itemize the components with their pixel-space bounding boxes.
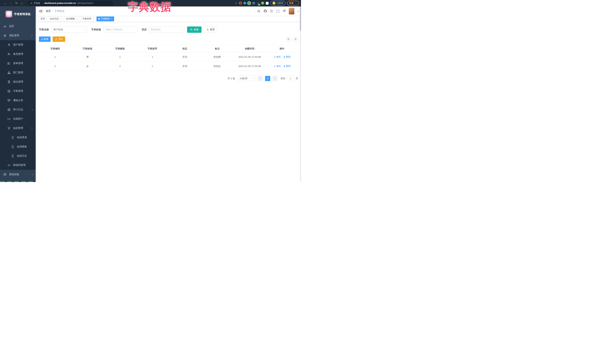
table-header-row: 字典编码 字典标签 字典键值 字典排序 状态 备注 创建时间 操作 xyxy=(39,45,298,52)
extension-orange-icon[interactable] xyxy=(239,2,242,5)
message-bubble-icon xyxy=(7,99,11,102)
browser-home-icon[interactable]: ⌂ xyxy=(19,2,25,5)
extension-proxy-icon[interactable]: on xyxy=(257,2,259,5)
browser-reload-icon[interactable]: ↻ xyxy=(14,1,19,5)
browser-forward-icon[interactable]: → xyxy=(8,2,14,5)
page-scrollbar[interactable] xyxy=(300,7,301,182)
delete-link[interactable]: 删除 xyxy=(283,55,291,59)
main-area: 首页 / 字典数据 ? TT ▾ 首页 短信日志× 短信模板× 字典管理× 字典… xyxy=(36,7,301,182)
sidebar-item-sms[interactable]: 短信管理 xyxy=(0,124,36,133)
mobile-icon xyxy=(11,145,14,148)
tag-home[interactable]: 首页 xyxy=(39,16,47,21)
sidebar-item-users[interactable]: 用户管理 xyxy=(0,40,36,49)
goto-page-input[interactable]: 1 xyxy=(287,76,294,81)
sidebar-item-roles[interactable]: 角色管理 xyxy=(0,49,36,59)
sidebar-item-sms-log[interactable]: 短信日志 xyxy=(0,151,36,161)
logo-title: 芋道管理系统 xyxy=(14,12,31,16)
reset-icon: ↻ xyxy=(207,29,209,31)
scrollbar-thumb[interactable] xyxy=(300,7,301,31)
reset-button[interactable]: ↻ 重置 xyxy=(204,26,218,33)
tag-sms-template[interactable]: 短信模板× xyxy=(64,16,79,21)
col-header: 字典排序 xyxy=(136,47,169,50)
breadcrumb-home[interactable]: 首页 xyxy=(46,10,51,13)
user-avatar[interactable] xyxy=(289,8,294,14)
sidebar-item-home[interactable]: 首页 xyxy=(0,22,36,31)
close-icon[interactable]: × xyxy=(92,18,94,20)
browser-back-icon[interactable]: ← xyxy=(3,2,8,5)
tag-dict-data[interactable]: 字典数据× xyxy=(97,16,114,21)
extension-olive-icon[interactable] xyxy=(261,2,264,5)
current-page-button[interactable]: 1 xyxy=(265,76,270,81)
fullscreen-icon[interactable] xyxy=(276,10,280,13)
delete-link[interactable]: 删除 xyxy=(283,65,291,68)
browser-toolbar-right: ☆ ✓ on 已暂停 更新 ⋮ xyxy=(235,1,299,6)
browser-update-button[interactable]: 更新 ⋮ xyxy=(287,1,299,6)
extensions-puzzle-icon[interactable] xyxy=(266,2,269,5)
avatar-dropdown-caret-icon[interactable]: ▾ xyxy=(298,10,298,12)
add-button[interactable]: + 新增 xyxy=(39,36,51,42)
security-label[interactable]: 不安全 xyxy=(34,2,40,5)
github-icon[interactable] xyxy=(264,10,267,13)
sidebar-item-system[interactable]: 系统管理 xyxy=(0,31,36,40)
filter-form: 字典名称 用户性别 字典标签 请输入字典标签 状态 数据状态 xyxy=(39,26,298,33)
dict-label-input[interactable]: 请输入字典标签 xyxy=(103,26,138,33)
bookmark-star-icon[interactable]: ☆ xyxy=(235,1,237,5)
toggle-search-button[interactable] xyxy=(286,37,291,42)
font-size-icon[interactable]: TT xyxy=(283,10,286,13)
sidebar-item-sms-channel[interactable]: 短信渠道 xyxy=(0,133,36,142)
table-row[interactable]: 2 女 2 2 开启 性别女 2021-01-05 17:03:48 修改 删除 xyxy=(39,62,298,71)
profile-paused-button[interactable]: 已暂停 xyxy=(270,1,285,6)
tag-dict-manage[interactable]: 字典管理× xyxy=(80,16,95,21)
close-icon[interactable]: × xyxy=(60,18,61,20)
browser-menu-icon[interactable]: ⋮ xyxy=(295,2,297,5)
menu-list-icon xyxy=(7,62,11,65)
hamburger-icon[interactable] xyxy=(39,10,43,13)
close-icon[interactable]: × xyxy=(111,18,112,20)
next-page-button[interactable]: › xyxy=(272,76,278,81)
mobile-icon xyxy=(11,154,14,157)
breadcrumb: 首页 / 字典数据 xyxy=(46,10,64,13)
address-bar[interactable]: ⚠ 不安全 | dashboard.yudao.iocoder.cn/dict/… xyxy=(28,1,113,6)
extension-check-icon[interactable]: ✓ xyxy=(248,2,251,5)
profile-avatar-emoji xyxy=(272,2,275,5)
search-button[interactable]: 搜索 xyxy=(187,26,202,33)
goto-unit: 页 xyxy=(296,77,298,80)
sidebar: 芋道管理系统 首页 系统管理 用户管理 角色管理 菜单管理 部门管理 xyxy=(0,7,36,182)
sidebar-item-departments[interactable]: 部门管理 xyxy=(0,68,36,77)
shield-check-icon xyxy=(7,127,11,130)
status-select[interactable]: 数据状态 xyxy=(149,26,184,33)
tag-sms-log[interactable]: 短信日志× xyxy=(48,16,63,21)
breadcrumb-separator: / xyxy=(52,10,53,13)
page-size-select[interactable]: 10条/页 xyxy=(238,76,255,81)
sidebar-item-audit-log[interactable]: 审计日志 xyxy=(0,105,36,114)
edit-link[interactable]: 修改 xyxy=(274,65,281,68)
export-button[interactable]: 导出 xyxy=(53,36,65,42)
prev-page-button[interactable]: ‹ xyxy=(258,76,263,81)
refresh-button[interactable]: ↻ xyxy=(293,37,298,42)
extension-toggle-icon[interactable] xyxy=(252,2,255,5)
search-icon[interactable] xyxy=(257,10,260,13)
badge-icon xyxy=(7,80,11,83)
update-label: 更新 xyxy=(289,2,294,5)
edit-link[interactable]: 修改 xyxy=(274,55,281,59)
sidebar-item-online-users[interactable]: 在线用户 xyxy=(0,114,36,124)
sidebar-item-posts[interactable]: 岗位管理 xyxy=(0,77,36,86)
code-icon xyxy=(7,164,11,167)
help-icon[interactable]: ? xyxy=(270,10,273,13)
col-header: 字典键值 xyxy=(104,47,136,50)
page-content: 字典名称 用户性别 字典标签 请输入字典标签 状态 数据状态 xyxy=(36,22,301,81)
warning-icon: ⚠ xyxy=(30,2,32,4)
sidebar-logo[interactable]: 芋道管理系统 xyxy=(0,7,36,22)
extension-blue-icon[interactable] xyxy=(243,1,246,5)
sidebar-item-menus[interactable]: 菜单管理 xyxy=(0,59,36,68)
close-icon[interactable]: × xyxy=(76,18,77,20)
sidebar-item-infrastructure[interactable]: 基础设施 xyxy=(0,170,36,179)
sidebar-item-notice[interactable]: 通知公告 xyxy=(0,96,36,105)
table-row[interactable]: 1 男 1 1 开启 性别男 2021-01-05 17:03:48 修改 删除 xyxy=(39,52,298,62)
sidebar-item-sms-template[interactable]: 短信模板 xyxy=(0,142,36,151)
pagination: 共 2 条 10条/页 ‹ 1 › 前往 1 页 xyxy=(39,76,298,81)
monitor-chart-icon xyxy=(3,173,7,176)
sidebar-item-error-codes[interactable]: 错误码管理 xyxy=(0,161,36,170)
sidebar-item-dict[interactable]: 字典管理 xyxy=(0,86,36,96)
dict-name-select[interactable]: 用户性别 xyxy=(51,26,87,33)
